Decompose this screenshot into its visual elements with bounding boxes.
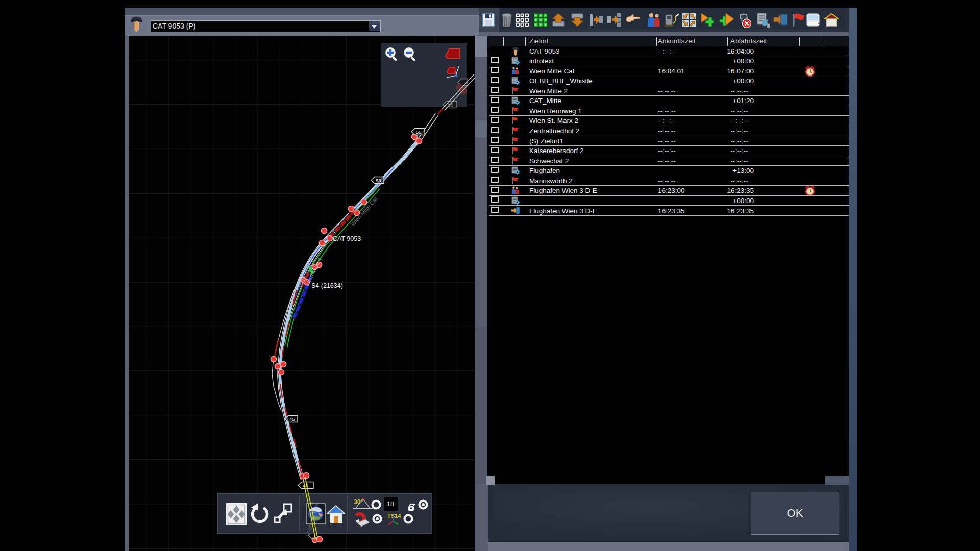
svg-text:18: 18: [387, 500, 394, 508]
svg-text:S4 (21634): S4 (21634): [311, 282, 343, 289]
svg-text:55: 55: [416, 129, 422, 135]
svg-text:53: 53: [376, 178, 381, 183]
svg-text:TS14: TS14: [387, 513, 401, 519]
svg-text:56: 56: [448, 102, 454, 108]
svg-text:CAT 9053: CAT 9053: [333, 235, 361, 242]
svg-text:45: 45: [289, 416, 295, 422]
